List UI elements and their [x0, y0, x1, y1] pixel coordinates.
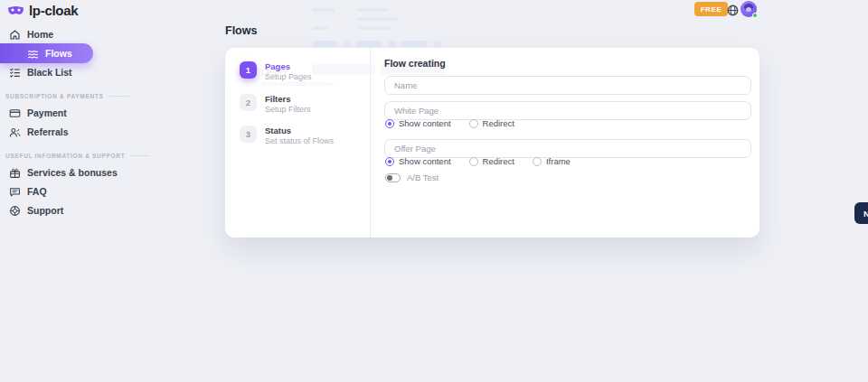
- radio-dot: [469, 119, 478, 128]
- payment-icon: [9, 107, 21, 119]
- user-avatar[interactable]: [741, 1, 757, 17]
- radio-dot: [385, 119, 394, 128]
- language-globe-icon[interactable]: [727, 4, 739, 15]
- gift-icon: [9, 167, 21, 179]
- toggle-switch-icon: [385, 173, 401, 182]
- radio-show-content[interactable]: Show content: [385, 118, 451, 128]
- radio-dot: [385, 157, 394, 166]
- sidebar-item-services-bonuses[interactable]: Services & bonuses: [9, 165, 118, 180]
- flows-icon: [27, 48, 39, 60]
- brand-name: lp-cloak: [29, 3, 78, 18]
- black-list-icon: [9, 67, 21, 79]
- flow-creating-modal: LPSPY lpspy.webstick.com.ua 1 Pages Setu…: [225, 48, 760, 238]
- section-rule: [130, 155, 150, 156]
- page-title: Flows: [225, 24, 257, 37]
- white-page-mode-radios: Show content Redirect: [385, 118, 514, 128]
- referrals-icon: [9, 126, 21, 138]
- radio-redirect[interactable]: Redirect: [469, 118, 514, 128]
- step-number: 1: [240, 61, 257, 79]
- step-pages[interactable]: 1 Pages Setup Pages: [240, 61, 312, 81]
- step-status[interactable]: 3 Status Set status of Flows: [240, 126, 334, 145]
- modal-steps-panel: 1 Pages Setup Pages 2 Filters Setup Filt…: [225, 48, 370, 238]
- brand-logo[interactable]: lp-cloak: [7, 3, 78, 18]
- chat-icon: [9, 186, 21, 198]
- step-number: 3: [240, 126, 257, 143]
- radio-dot: [533, 157, 542, 166]
- modal-divider: [370, 48, 371, 238]
- sidebar-item-faq[interactable]: FAQ: [9, 184, 47, 199]
- name-input[interactable]: [384, 76, 751, 95]
- offer-page-mode-radios: Show content Redirect Iframe: [385, 156, 571, 166]
- app-window: lp-cloak FREE Home Flows: [0, 0, 868, 382]
- step-filters[interactable]: 2 Filters Setup Filters: [240, 94, 311, 114]
- step-number: 2: [240, 94, 257, 111]
- plan-badge-button[interactable]: FREE: [694, 2, 728, 16]
- radio-dot: [469, 157, 478, 166]
- flow-form: Flow creating Show content Redirect Show…: [384, 48, 752, 238]
- radio-iframe[interactable]: Iframe: [533, 156, 571, 166]
- modal-title: Flow creating: [384, 58, 446, 69]
- sidebar-item-flows[interactable]: Flows: [0, 43, 93, 63]
- white-page-input[interactable]: [384, 101, 751, 120]
- sidebar-item-payment[interactable]: Payment: [9, 106, 67, 120]
- home-icon: [9, 29, 21, 41]
- lifebuoy-icon: [9, 205, 21, 217]
- sidebar-section-subscription: SUBSCRIPTION & PAYMENTS: [5, 91, 129, 100]
- online-status-dot: [752, 13, 758, 18]
- sidebar-item-referrals[interactable]: Referrals: [9, 125, 69, 139]
- ab-test-toggle[interactable]: A/B Test: [385, 172, 439, 182]
- sidebar-item-black-list[interactable]: Black List: [9, 65, 72, 79]
- sidebar-item-support[interactable]: Support: [9, 203, 63, 218]
- radio-show-content[interactable]: Show content: [385, 156, 451, 166]
- radio-redirect[interactable]: Redirect: [469, 156, 514, 166]
- section-rule: [109, 96, 129, 97]
- offer-page-input[interactable]: [384, 139, 751, 158]
- next-step-button[interactable]: Next step: [854, 202, 868, 224]
- sidebar-item-home[interactable]: Home: [9, 27, 53, 42]
- sidebar-section-support: USEFUL INFORMATION & SUPPORT: [5, 151, 150, 160]
- mask-icon: [7, 4, 24, 18]
